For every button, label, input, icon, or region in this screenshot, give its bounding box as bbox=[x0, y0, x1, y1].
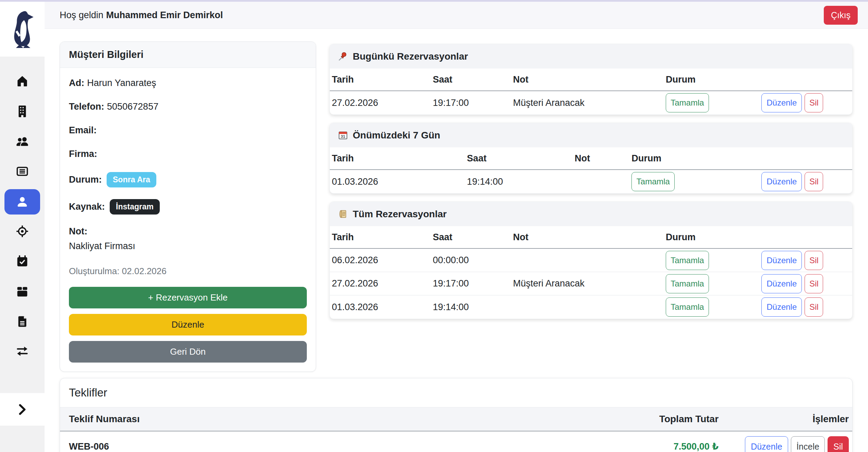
package-icon bbox=[16, 286, 28, 297]
document-icon bbox=[16, 316, 28, 327]
people-icon bbox=[16, 136, 28, 147]
edit-reservation-button[interactable]: Düzenle bbox=[761, 172, 802, 191]
next-7-days-panel: 31 Önümüzdeki 7 Gün Tarih Saat Not Durum… bbox=[329, 123, 853, 194]
svg-text:31: 31 bbox=[341, 134, 345, 138]
topbar: Hoş geldinMuhammed Emir Demirkol Çıkış bbox=[45, 2, 868, 29]
app-logo[interactable] bbox=[0, 2, 45, 57]
offers-table-header: Teklif Numarası Toplam Tutar İşlemler bbox=[60, 407, 852, 431]
sidebar-expand-button[interactable] bbox=[0, 393, 45, 426]
status-badge: Sonra Ara bbox=[107, 172, 156, 187]
view-offer-button[interactable]: İncele bbox=[791, 436, 825, 452]
panel-title: Önümüzdeki 7 Gün bbox=[353, 130, 440, 141]
sidebar-item-documents[interactable] bbox=[4, 310, 40, 332]
delete-reservation-button[interactable]: Sil bbox=[805, 93, 823, 112]
offer-row: WEB-006 7.500,00 ₺ Düzenle İncele Sil bbox=[60, 431, 852, 452]
table-header: Tarih Saat Not Durum bbox=[330, 226, 852, 249]
table-row: 01.03.2026 19:14:00 Tamamla Düzenle Sil bbox=[330, 170, 852, 193]
welcome-text: Hoş geldinMuhammed Emir Demirkol bbox=[60, 10, 223, 21]
table-row: 06.02.2026 00:00:00 Tamamla Düzenle Sil bbox=[330, 249, 852, 272]
offers-card: Teklifler Teklif Numarası Toplam Tutar İ… bbox=[60, 378, 853, 452]
logout-button[interactable]: Çıkış bbox=[824, 6, 858, 25]
cell-date: 01.03.2026 bbox=[332, 176, 467, 187]
cell-date: 01.03.2026 bbox=[332, 302, 433, 313]
cell-note: Müşteri Aranacak bbox=[513, 98, 665, 108]
edit-offer-button[interactable]: Düzenle bbox=[745, 436, 788, 452]
cell-date: 06.02.2026 bbox=[332, 255, 433, 266]
sidebar-item-lists[interactable] bbox=[4, 160, 40, 182]
top-accent-strip bbox=[0, 0, 868, 2]
delete-offer-button[interactable]: Sil bbox=[828, 436, 849, 452]
table-row: 01.03.2026 19:14:00 Tamamla Düzenle Sil bbox=[330, 295, 852, 319]
customer-card-title: Müşteri Bilgileri bbox=[60, 42, 316, 68]
customer-name-field: Ad:Harun Yanarateş bbox=[69, 77, 307, 88]
customer-email-field: Email: bbox=[69, 125, 307, 136]
complete-button[interactable]: Tamamla bbox=[666, 297, 709, 317]
penguin-logo-icon bbox=[8, 10, 37, 48]
delete-reservation-button[interactable]: Sil bbox=[805, 297, 823, 317]
sidebar-item-targets[interactable] bbox=[4, 220, 40, 242]
offers-title: Teklifler bbox=[60, 378, 852, 407]
delete-reservation-button[interactable]: Sil bbox=[805, 251, 823, 270]
customer-note-label: Not: bbox=[69, 226, 307, 237]
complete-button[interactable]: Tamamla bbox=[666, 251, 709, 270]
sidebar-item-home[interactable] bbox=[4, 70, 40, 92]
target-icon bbox=[16, 225, 28, 237]
cell-date: 27.02.2026 bbox=[332, 278, 433, 289]
all-reservations-panel: Tüm Rezervasyonlar Tarih Saat Not Durum … bbox=[329, 201, 853, 319]
table-row: 27.02.2026 19:17:00 Müşteri Aranacak Tam… bbox=[330, 91, 852, 114]
user-name: Muhammed Emir Demirkol bbox=[106, 10, 223, 20]
complete-button[interactable]: Tamamla bbox=[631, 172, 675, 191]
customer-info-card: Müşteri Bilgileri Ad:Harun Yanarateş Tel… bbox=[60, 41, 316, 372]
offer-total: 7.500,00 ₺ bbox=[674, 441, 719, 452]
customer-created-text: Oluşturulma: 02.02.2026 bbox=[69, 266, 307, 277]
customer-note-value: Nakliyat Firması bbox=[69, 241, 307, 252]
edit-reservation-button[interactable]: Düzenle bbox=[761, 274, 802, 293]
delete-reservation-button[interactable]: Sil bbox=[805, 172, 823, 191]
customer-status-row: Durum: Sonra Ara bbox=[69, 172, 307, 187]
home-icon bbox=[16, 75, 28, 87]
cell-date: 27.02.2026 bbox=[332, 98, 433, 108]
buildings-icon bbox=[16, 106, 28, 117]
back-button[interactable]: Geri Dön bbox=[69, 341, 307, 363]
edit-reservation-button[interactable]: Düzenle bbox=[761, 251, 802, 270]
complete-button[interactable]: Tamamla bbox=[666, 274, 709, 293]
customer-source-row: Kaynak: İnstagram bbox=[69, 199, 307, 215]
panel-title: Tüm Rezervasyonlar bbox=[353, 209, 447, 220]
edit-reservation-button[interactable]: Düzenle bbox=[761, 93, 802, 112]
cell-time: 19:14:00 bbox=[467, 176, 575, 187]
complete-button[interactable]: Tamamla bbox=[666, 93, 709, 112]
table-list-icon bbox=[16, 166, 28, 177]
add-reservation-button[interactable]: + Rezervasyon Ekle bbox=[69, 287, 307, 308]
offer-number: WEB-006 bbox=[69, 441, 537, 452]
cell-time: 19:17:00 bbox=[433, 278, 513, 289]
table-header: Tarih Saat Not Durum bbox=[330, 69, 852, 91]
table-row: 27.02.2026 19:17:00 Müşteri Aranacak Tam… bbox=[330, 272, 852, 295]
edit-reservation-button[interactable]: Düzenle bbox=[761, 297, 802, 317]
cell-time: 00:00:00 bbox=[433, 255, 513, 266]
sidebar-item-reservations[interactable] bbox=[4, 250, 40, 272]
sidebar-item-transfers[interactable] bbox=[4, 340, 40, 362]
person-icon bbox=[16, 196, 28, 208]
transfer-arrows-icon bbox=[16, 345, 28, 357]
sidebar-item-companies[interactable] bbox=[4, 100, 40, 122]
calendar-check-icon bbox=[16, 255, 28, 267]
scroll-icon bbox=[338, 209, 348, 219]
sidebar-item-customers[interactable] bbox=[4, 131, 40, 152]
delete-reservation-button[interactable]: Sil bbox=[805, 274, 823, 293]
panel-title: Bugünkü Rezervasyonlar bbox=[353, 51, 468, 62]
reservation-panels: Bugünkü Rezervasyonlar Tarih Saat Not Du… bbox=[329, 44, 853, 327]
sidebar-item-products[interactable] bbox=[4, 281, 40, 303]
source-badge: İnstagram bbox=[110, 199, 160, 215]
table-header: Tarih Saat Not Durum bbox=[330, 147, 852, 170]
todays-reservations-panel: Bugünkü Rezervasyonlar Tarih Saat Not Du… bbox=[329, 44, 853, 115]
pushpin-icon bbox=[338, 51, 348, 61]
edit-customer-button[interactable]: Düzenle bbox=[69, 314, 307, 335]
calendar-icon: 31 bbox=[338, 130, 348, 140]
welcome-prefix: Hoş geldin bbox=[60, 10, 104, 20]
cell-time: 19:14:00 bbox=[433, 302, 513, 313]
customer-phone-field: Telefon:5050672857 bbox=[69, 101, 307, 112]
cell-note: Müşteri Aranacak bbox=[513, 278, 665, 289]
sidebar bbox=[0, 0, 45, 452]
customer-company-field: Firma: bbox=[69, 148, 307, 159]
sidebar-item-customer-detail[interactable] bbox=[4, 189, 40, 215]
